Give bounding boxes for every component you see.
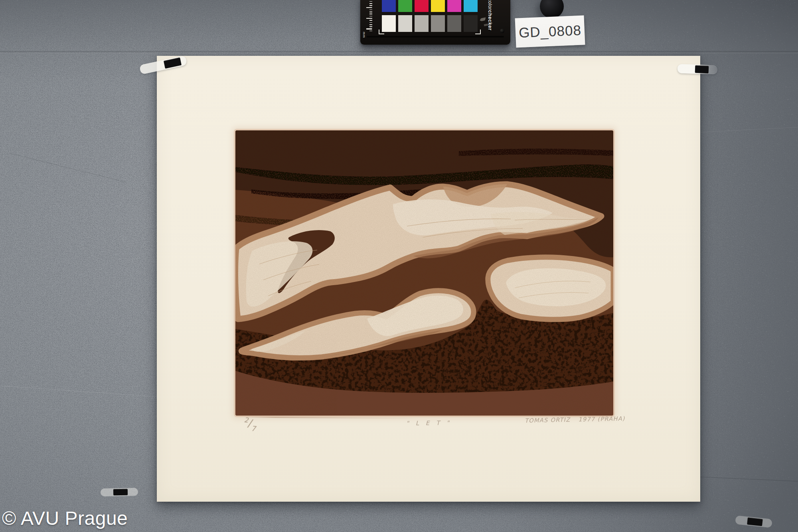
inventory-code: GD_0808 — [518, 22, 581, 41]
floor-scratch — [10, 153, 126, 183]
registration-bracket-left — [379, 30, 384, 34]
colorchecker-color-row — [382, 0, 478, 12]
print-paper-sheet: 2/7 " L E T " TOMAS ORTIZ1977 (PRAHA) — [157, 56, 700, 502]
magnet-chip — [113, 489, 128, 496]
magnet-chip — [695, 65, 709, 73]
color-patch — [447, 0, 461, 12]
color-patch — [431, 15, 445, 32]
floor-seam — [0, 51, 798, 53]
ruler-ticks — [366, 0, 372, 31]
brand-regular: color — [487, 0, 493, 10]
plate-ink-smudge — [244, 416, 419, 419]
edition-numerator: 2 — [244, 416, 249, 424]
colorchecker-card: mm colorchecker — [360, 0, 510, 45]
color-patch — [415, 0, 429, 12]
edition-number: 2/7 — [243, 417, 257, 431]
etching-artwork — [235, 130, 613, 416]
registration-bracket-right — [475, 30, 481, 34]
colorchecker-gray-row — [382, 15, 478, 32]
signature-name: TOMAS ORTIZ — [525, 416, 571, 424]
photo-stage: 2/7 " L E T " TOMAS ORTIZ1977 (PRAHA) mm… — [0, 0, 798, 532]
color-patch — [382, 0, 396, 12]
ruler-unit-label: mm — [362, 32, 366, 38]
screw-hole — [500, 29, 504, 33]
color-patch — [398, 0, 412, 12]
magnet-clip-bottom-left — [101, 488, 138, 497]
inventory-label: GD_0808 — [515, 15, 585, 47]
etching-plate-impression — [235, 130, 613, 416]
magnet-clip-bottom-right — [735, 515, 772, 528]
color-patch — [415, 15, 429, 32]
magnet-chip — [747, 517, 763, 526]
edition-denominator: 7 — [251, 424, 256, 433]
scuff-mark — [479, 16, 487, 22]
color-patch — [431, 0, 445, 12]
copyright-watermark: © AVU Prague — [2, 507, 128, 529]
magnet-clip-top-right — [678, 64, 718, 74]
brand-bold: checker — [487, 10, 493, 31]
case-groove — [367, 36, 504, 37]
color-patch — [447, 15, 461, 32]
signature-date: 1977 (PRAHA) — [578, 415, 625, 422]
color-patch — [464, 0, 478, 12]
print-title: " L E T " — [406, 419, 452, 427]
artist-signature: TOMAS ORTIZ1977 (PRAHA) — [525, 415, 625, 424]
black-round-sticker — [540, 0, 564, 18]
color-patch — [398, 15, 412, 32]
colorchecker-brand: colorchecker — [487, 0, 493, 35]
